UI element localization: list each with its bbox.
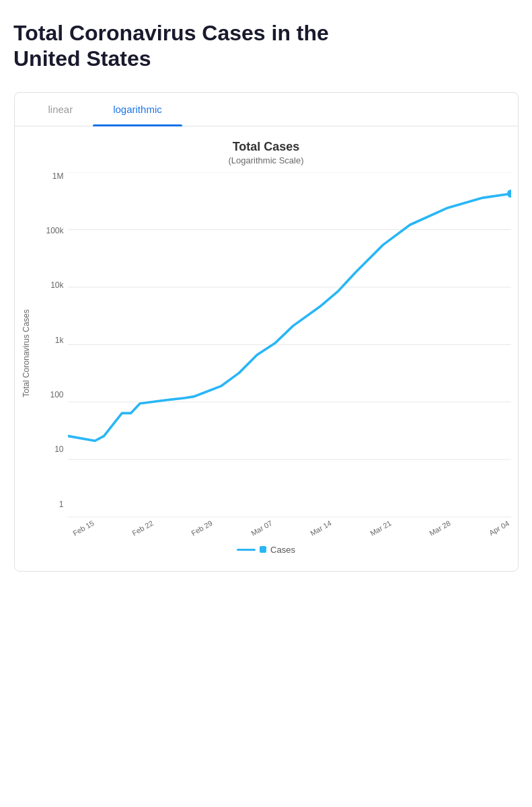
y-axis-label: Total Coronavirus Cases (22, 309, 35, 397)
legend-dot-icon (260, 546, 266, 553)
y-ticks: 1M 100k 10k 1k 100 10 1 (38, 172, 68, 508)
chart-subtitle: (Logarithmic Scale) (22, 155, 511, 165)
chart-inner: Total Cases (Logarithmic Scale) Total Co… (15, 126, 518, 571)
page-title: Total Coronavirus Cases in the United St… (13, 20, 350, 72)
x-tick-apr04: Apr 04 (486, 518, 513, 538)
tab-logarithmic[interactable]: logarithmic (93, 93, 182, 126)
legend-label: Cases (270, 545, 295, 555)
chart-container: linear logarithmic Total Cases (Logarith… (14, 92, 519, 572)
y-tick-10: 10 (38, 445, 68, 453)
y-tick-100k: 100k (38, 227, 68, 235)
x-tick-mar21: Mar 21 (367, 518, 394, 538)
legend-line-icon (237, 549, 256, 551)
y-tick-1: 1 (38, 500, 68, 508)
y-tick-10k: 10k (38, 281, 68, 289)
x-tick-feb22: Feb 22 (129, 518, 157, 538)
x-tick-mar14: Mar 14 (307, 518, 335, 538)
legend-cases: Cases (237, 545, 295, 555)
x-axis: Feb 15 Feb 22 Feb 29 Mar 07 Mar 14 Mar 2… (68, 508, 511, 535)
y-tick-100: 100 (38, 391, 68, 399)
x-tick-mar28: Mar 28 (426, 518, 454, 538)
x-tick-feb15: Feb 15 (69, 518, 97, 538)
x-tick-feb29: Feb 29 (188, 518, 216, 538)
y-tick-1m: 1M (38, 172, 68, 180)
chart-title: Total Cases (22, 140, 511, 154)
endpoint-dot (506, 190, 510, 198)
tabs-bar: linear logarithmic (15, 93, 518, 126)
line-chart-svg (68, 172, 511, 518)
tab-linear[interactable]: linear (28, 93, 93, 126)
y-tick-1k: 1k (38, 336, 68, 344)
chart-area: Total Coronavirus Cases 1M 100k 10k 1k 1… (22, 172, 511, 535)
chart-plot-area: 1M 100k 10k 1k 100 10 1 (38, 172, 511, 535)
cases-line (68, 194, 511, 441)
chart-legend: Cases (22, 535, 511, 558)
x-tick-mar07: Mar 07 (248, 518, 275, 538)
